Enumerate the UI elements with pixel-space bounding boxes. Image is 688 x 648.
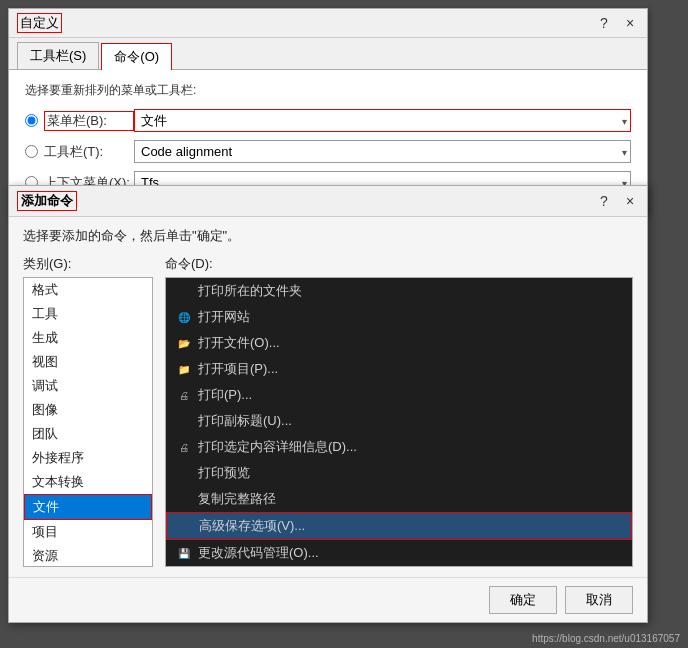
menubar-dropdown-container: 文件 ▾ — [134, 109, 631, 132]
category-column: 类别(G): 格式工具生成视图调试图像团队外接程序文本转换文件项目资源 — [23, 255, 153, 567]
command-icon-open-web: 🌐 — [176, 309, 192, 325]
category-item-image[interactable]: 图像 — [24, 398, 152, 422]
customize-titlebar-right: ? × — [595, 14, 639, 32]
radio-toolbar-label: 工具栏(T): — [44, 143, 134, 161]
command-icon-copy-path — [176, 491, 192, 507]
addcmd-body: 选择要添加的命令，然后单击"确定"。 类别(G): 格式工具生成视图调试图像团队… — [9, 217, 647, 577]
command-item-advanced-save[interactable]: 高级保存选项(V)... — [166, 512, 632, 540]
category-item-debug[interactable]: 调试 — [24, 374, 152, 398]
command-item-open-web[interactable]: 🌐打开网站 — [166, 304, 632, 330]
command-item-print[interactable]: 🖨打印(P)... — [166, 382, 632, 408]
command-item-print-header[interactable]: 打印副标题(U)... — [166, 408, 632, 434]
command-icon-print-file — [176, 283, 192, 299]
command-item-print-detail[interactable]: 🖨打印选定内容详细信息(D)... — [166, 434, 632, 460]
category-item-build[interactable]: 生成 — [24, 326, 152, 350]
customize-title: 自定义 — [17, 13, 62, 33]
command-label-print-file: 打印所在的文件夹 — [198, 282, 302, 300]
tab-toolbar[interactable]: 工具栏(S) — [17, 42, 99, 69]
category-list[interactable]: 格式工具生成视图调试图像团队外接程序文本转换文件项目资源 — [23, 277, 153, 567]
toolbar-dropdown[interactable]: Code alignment — [134, 140, 631, 163]
command-icon-print-preview — [176, 465, 192, 481]
customize-tabs: 工具栏(S) 命令(O) — [9, 38, 647, 70]
command-icon-print: 🖨 — [176, 387, 192, 403]
category-item-project[interactable]: 项目 — [24, 520, 152, 544]
cancel-button[interactable]: 取消 — [565, 586, 633, 614]
command-label-change-source: 更改源代码管理(O)... — [198, 544, 319, 562]
command-item-print-preview[interactable]: 打印预览 — [166, 460, 632, 486]
category-item-file[interactable]: 文件 — [24, 494, 152, 520]
menubar-dropdown[interactable]: 文件 — [134, 109, 631, 132]
customize-help-btn[interactable]: ? — [595, 14, 613, 32]
command-label: 命令(D): — [165, 255, 633, 273]
radio-menubar-label: 菜单栏(B): — [44, 111, 134, 131]
command-icon-change-source: 💾 — [176, 545, 192, 561]
radio-menubar[interactable] — [25, 114, 38, 127]
command-item-print-file[interactable]: 打印所在的文件夹 — [166, 278, 632, 304]
command-column: 命令(D): 打印所在的文件夹🌐打开网站📂打开文件(O)...📁打开项目(P).… — [165, 255, 633, 567]
command-label-print-header: 打印副标题(U)... — [198, 412, 292, 430]
category-item-addin[interactable]: 外接程序 — [24, 446, 152, 470]
addcmd-titlebar-right: ? × — [595, 192, 639, 210]
command-list[interactable]: 打印所在的文件夹🌐打开网站📂打开文件(O)...📁打开项目(P)...🖨打印(P… — [165, 277, 633, 567]
radio-row-toolbar: 工具栏(T): Code alignment ▾ — [25, 140, 631, 163]
addcmd-help-btn[interactable]: ? — [595, 192, 613, 210]
toolbar-dropdown-container: Code alignment ▾ — [134, 140, 631, 163]
command-icon-print-header — [176, 413, 192, 429]
addcmd-footer: 确定 取消 — [9, 577, 647, 622]
radio-toolbar[interactable] — [25, 145, 38, 158]
command-item-copy-path[interactable]: 复制完整路径 — [166, 486, 632, 512]
category-item-resource[interactable]: 资源 — [24, 544, 152, 567]
addcmd-dialog: 添加命令 ? × 选择要添加的命令，然后单击"确定"。 类别(G): 格式工具生… — [8, 185, 648, 623]
addcmd-titlebar: 添加命令 ? × — [9, 186, 647, 217]
command-icon-open-project: 📁 — [176, 361, 192, 377]
customize-titlebar: 自定义 ? × — [9, 9, 647, 38]
command-label-copy-path: 复制完整路径 — [198, 490, 276, 508]
command-icon-open-file: 📂 — [176, 335, 192, 351]
category-item-view[interactable]: 视图 — [24, 350, 152, 374]
command-label-advanced-save: 高级保存选项(V)... — [199, 517, 305, 535]
command-item-open-file[interactable]: 📂打开文件(O)... — [166, 330, 632, 356]
command-label-print-detail: 打印选定内容详细信息(D)... — [198, 438, 357, 456]
category-label: 类别(G): — [23, 255, 153, 273]
watermark: https://blog.csdn.net/u013167057 — [532, 633, 680, 644]
addcmd-title: 添加命令 — [17, 191, 77, 211]
command-label-open-project: 打开项目(P)... — [198, 360, 278, 378]
category-item-tools[interactable]: 工具 — [24, 302, 152, 326]
customize-close-btn[interactable]: × — [621, 14, 639, 32]
command-icon-advanced-save — [177, 518, 193, 534]
command-label-open-file: 打开文件(O)... — [198, 334, 280, 352]
addcmd-close-btn[interactable]: × — [621, 192, 639, 210]
command-label-open-web: 打开网站 — [198, 308, 250, 326]
customize-dialog: 自定义 ? × 工具栏(S) 命令(O) 选择要重新排列的菜单或工具栏: 菜单栏… — [8, 8, 648, 215]
command-icon-print-detail: 🖨 — [176, 439, 192, 455]
customize-section-label: 选择要重新排列的菜单或工具栏: — [25, 82, 631, 99]
category-item-team[interactable]: 团队 — [24, 422, 152, 446]
category-item-textconv[interactable]: 文本转换 — [24, 470, 152, 494]
addcmd-columns: 类别(G): 格式工具生成视图调试图像团队外接程序文本转换文件项目资源 命令(D… — [23, 255, 633, 567]
category-item-format[interactable]: 格式 — [24, 278, 152, 302]
command-item-open-project[interactable]: 📁打开项目(P)... — [166, 356, 632, 382]
command-label-print: 打印(P)... — [198, 386, 252, 404]
radio-row-menubar: 菜单栏(B): 文件 ▾ — [25, 109, 631, 132]
ok-button[interactable]: 确定 — [489, 586, 557, 614]
command-item-change-source[interactable]: 💾更改源代码管理(O)... — [166, 540, 632, 566]
command-label-print-preview: 打印预览 — [198, 464, 250, 482]
tab-command[interactable]: 命令(O) — [101, 43, 172, 70]
addcmd-instruction: 选择要添加的命令，然后单击"确定"。 — [23, 227, 633, 245]
